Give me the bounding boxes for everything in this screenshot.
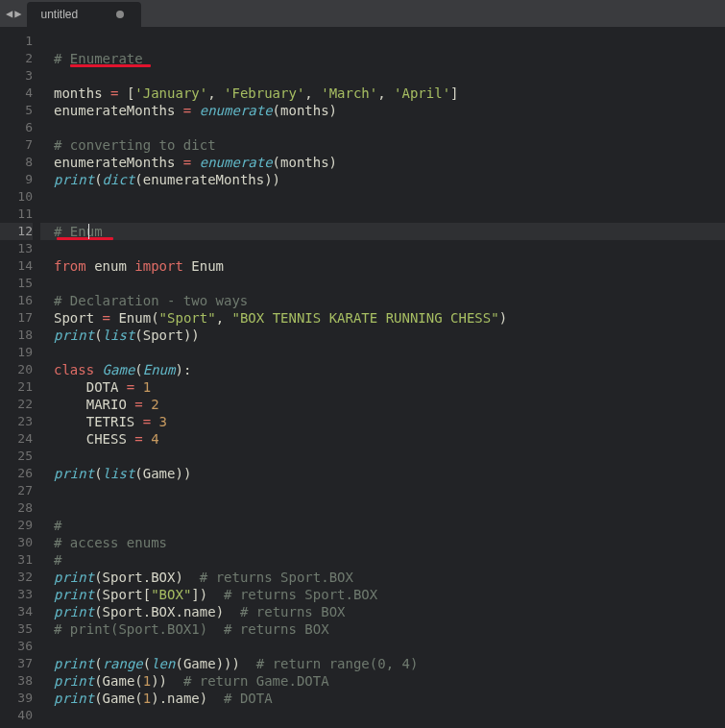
code-line[interactable] (54, 240, 725, 257)
line-number: 24 (0, 430, 33, 448)
code-line[interactable]: print(Sport["BOX"]) # returns Sport.BOX (54, 586, 725, 603)
line-number: 12 (0, 223, 33, 240)
code-line[interactable] (54, 707, 725, 724)
code-line[interactable] (54, 188, 725, 206)
line-number: 31 (0, 551, 33, 569)
line-number: 33 (0, 586, 33, 603)
code-line[interactable]: # Declaration - two ways (54, 292, 725, 309)
line-number: 21 (0, 378, 33, 396)
code-line[interactable]: # (54, 517, 725, 534)
code-line[interactable]: print(Sport.BOX) # returns Sport.BOX (54, 569, 725, 586)
line-number: 35 (0, 620, 33, 638)
line-number: 17 (0, 309, 33, 327)
code-line[interactable]: print(dict(enumerateMonths)) (54, 171, 725, 188)
code-line[interactable]: print(list(Sport)) (54, 327, 725, 344)
code-line[interactable]: months = ['January', 'February', 'March'… (54, 85, 725, 102)
line-number: 25 (0, 448, 33, 465)
line-number: 19 (0, 344, 33, 361)
line-number: 4 (0, 85, 33, 102)
code-line[interactable]: TETRIS = 3 (54, 413, 725, 430)
line-number: 26 (0, 465, 33, 482)
code-area[interactable]: # Enumeratemonths = ['January', 'Februar… (40, 27, 725, 728)
line-number: 22 (0, 396, 33, 413)
line-number-gutter: 1234567891011121314151617181920212223242… (0, 27, 40, 728)
line-number: 7 (0, 136, 33, 154)
line-number: 10 (0, 188, 33, 206)
line-number: 20 (0, 361, 33, 378)
line-number: 40 (0, 707, 33, 724)
code-line[interactable] (54, 448, 725, 465)
text-cursor (88, 224, 89, 239)
line-number: 2 (0, 50, 33, 67)
code-line[interactable]: print(Game(1)) # return Game.DOTA (54, 672, 725, 690)
code-line[interactable]: # Enum (40, 223, 725, 240)
line-number: 6 (0, 119, 33, 136)
tab-nav-arrows: ◀ ▶ (0, 0, 27, 27)
code-line[interactable]: print(list(Game)) (54, 465, 725, 482)
code-line[interactable]: print(Game(1).name) # DOTA (54, 690, 725, 707)
line-number: 34 (0, 603, 33, 620)
code-line[interactable]: print(Sport.BOX.name) # returns BOX (54, 603, 725, 620)
code-line[interactable] (54, 206, 725, 223)
code-line[interactable]: enumerateMonths = enumerate(months) (54, 154, 725, 171)
line-number: 38 (0, 672, 33, 690)
code-line[interactable]: MARIO = 2 (54, 396, 725, 413)
code-line[interactable]: enumerateMonths = enumerate(months) (54, 102, 725, 119)
line-number: 37 (0, 655, 33, 672)
code-line[interactable] (54, 482, 725, 499)
code-line[interactable]: # (54, 551, 725, 569)
line-number: 8 (0, 154, 33, 171)
code-editor[interactable]: 1234567891011121314151617181920212223242… (0, 27, 725, 728)
line-number: 39 (0, 690, 33, 707)
code-line[interactable]: DOTA = 1 (54, 378, 725, 396)
code-line[interactable]: # print(Sport.BOX1) # returns BOX (54, 620, 725, 638)
line-number: 9 (0, 171, 33, 188)
line-number: 28 (0, 499, 33, 517)
line-number: 13 (0, 240, 33, 257)
code-line[interactable] (54, 344, 725, 361)
code-line[interactable]: # Enumerate (54, 50, 725, 67)
line-number: 27 (0, 482, 33, 499)
line-number: 1 (0, 33, 33, 50)
line-number: 32 (0, 569, 33, 586)
line-number: 29 (0, 517, 33, 534)
code-line[interactable] (54, 499, 725, 517)
code-line[interactable]: print(range(len(Game))) # return range(0… (54, 655, 725, 672)
dirty-indicator-icon (116, 11, 124, 18)
line-number: 18 (0, 327, 33, 344)
code-line[interactable] (54, 638, 725, 655)
code-line[interactable]: # converting to dict (54, 136, 725, 154)
code-line[interactable] (54, 33, 725, 50)
line-number: 15 (0, 275, 33, 292)
code-line[interactable]: # access enums (54, 534, 725, 551)
line-number: 14 (0, 257, 33, 275)
file-tab-title: untitled (40, 8, 78, 21)
code-line[interactable]: from enum import Enum (54, 257, 725, 275)
line-number: 3 (0, 67, 33, 85)
code-line[interactable]: CHESS = 4 (54, 430, 725, 448)
line-number: 11 (0, 206, 33, 223)
code-line[interactable]: Sport = Enum("Sport", "BOX TENNIS KARATE… (54, 309, 725, 327)
line-number: 5 (0, 102, 33, 119)
code-line[interactable] (54, 67, 725, 85)
line-number: 36 (0, 638, 33, 655)
code-line[interactable] (54, 119, 725, 136)
tab-history-back-icon[interactable]: ◀ (6, 7, 12, 20)
tab-bar: ◀ ▶ untitled (0, 0, 725, 27)
tab-history-forward-icon[interactable]: ▶ (14, 7, 21, 20)
code-line[interactable]: class Game(Enum): (54, 361, 725, 378)
code-line[interactable] (54, 275, 725, 292)
line-number: 23 (0, 413, 33, 430)
line-number: 16 (0, 292, 33, 309)
line-number: 30 (0, 534, 33, 551)
file-tab[interactable]: untitled (27, 2, 141, 27)
